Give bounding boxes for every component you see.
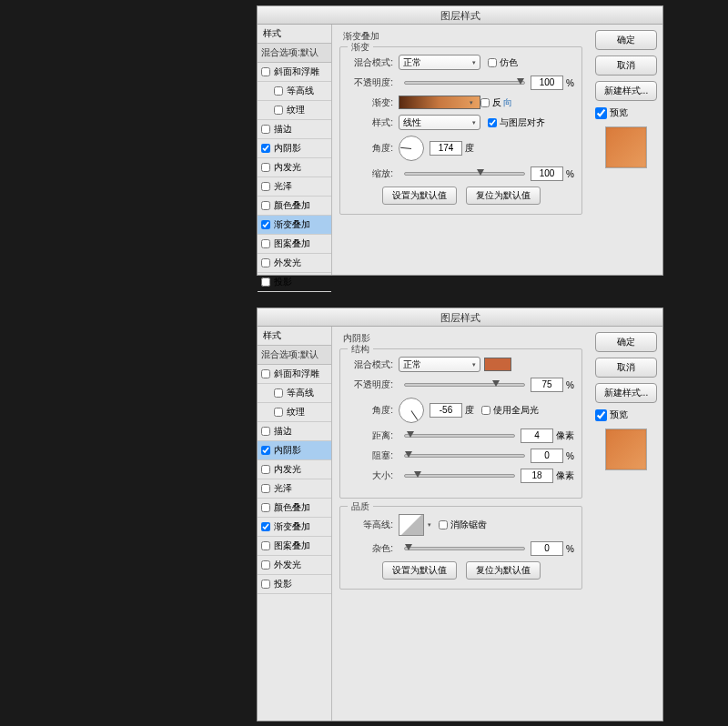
opacity-input[interactable]: 100 bbox=[531, 76, 563, 90]
style-checkbox[interactable] bbox=[261, 560, 270, 570]
chevron-down-icon[interactable]: ▾ bbox=[428, 521, 431, 529]
new-style-button[interactable]: 新建样式... bbox=[595, 383, 657, 403]
shadow-color-chip[interactable] bbox=[484, 358, 511, 371]
style-item-6[interactable]: 光泽 bbox=[258, 479, 331, 499]
style-item-3[interactable]: 描边 bbox=[258, 422, 331, 441]
blend-mode-select[interactable]: 正常▾ bbox=[399, 357, 480, 372]
style-item-7[interactable]: 颜色叠加 bbox=[258, 499, 331, 518]
angle-input[interactable]: 174 bbox=[430, 141, 462, 156]
cancel-button[interactable]: 取消 bbox=[595, 358, 657, 378]
style-checkbox[interactable] bbox=[261, 446, 270, 455]
blend-mode-select[interactable]: 正常▾ bbox=[399, 55, 480, 70]
style-item-5[interactable]: 内发光 bbox=[258, 460, 331, 479]
style-item-5[interactable]: 内发光 bbox=[258, 158, 331, 177]
style-item-1[interactable]: 等高线 bbox=[258, 384, 331, 403]
style-checkbox[interactable] bbox=[261, 220, 270, 229]
reset-default-button[interactable]: 复位为默认值 bbox=[466, 187, 541, 205]
antialias-checkbox[interactable] bbox=[439, 520, 448, 529]
distance-slider[interactable] bbox=[404, 434, 515, 438]
style-checkbox[interactable] bbox=[261, 125, 270, 134]
style-item-2[interactable]: 纹理 bbox=[258, 101, 331, 120]
style-checkbox[interactable] bbox=[261, 541, 270, 550]
scale-slider[interactable] bbox=[404, 172, 525, 176]
blend-options-item[interactable]: 混合选项:默认 bbox=[258, 346, 331, 365]
angle-wheel[interactable] bbox=[399, 136, 424, 161]
style-item-11[interactable]: 投影 bbox=[258, 273, 331, 292]
align-checkbox[interactable] bbox=[488, 118, 497, 127]
style-checkbox[interactable] bbox=[261, 427, 270, 436]
style-item-9[interactable]: 图案叠加 bbox=[258, 537, 331, 556]
style-checkbox[interactable] bbox=[261, 277, 270, 287]
make-default-button[interactable]: 设置为默认值 bbox=[382, 561, 457, 580]
reset-default-button[interactable]: 复位为默认值 bbox=[466, 561, 541, 580]
style-item-8[interactable]: 渐变叠加 bbox=[258, 216, 331, 235]
style-checkbox[interactable] bbox=[261, 258, 270, 267]
style-checkbox[interactable] bbox=[261, 522, 270, 531]
style-checkbox[interactable] bbox=[261, 580, 270, 589]
style-checkbox[interactable] bbox=[261, 239, 270, 248]
preview-checkbox[interactable] bbox=[595, 409, 607, 421]
make-default-button[interactable]: 设置为默认值 bbox=[382, 187, 457, 205]
cancel-button[interactable]: 取消 bbox=[595, 55, 657, 76]
distance-input[interactable]: 4 bbox=[521, 429, 553, 443]
blend-options-item[interactable]: 混合选项:默认 bbox=[258, 44, 331, 63]
style-checkbox[interactable] bbox=[274, 388, 283, 398]
scale-input[interactable]: 100 bbox=[531, 166, 563, 181]
style-item-6[interactable]: 光泽 bbox=[258, 177, 331, 197]
style-item-9[interactable]: 图案叠加 bbox=[258, 235, 331, 254]
noise-slider[interactable] bbox=[404, 547, 525, 550]
style-item-10[interactable]: 外发光 bbox=[258, 254, 331, 273]
style-checkbox[interactable] bbox=[261, 465, 270, 474]
style-checkbox[interactable] bbox=[261, 163, 270, 172]
global-light-checkbox[interactable] bbox=[481, 406, 490, 415]
style-checkbox[interactable] bbox=[274, 86, 283, 96]
choke-input[interactable]: 0 bbox=[531, 449, 563, 463]
style-item-1[interactable]: 等高线 bbox=[258, 82, 331, 101]
quality-fieldset: 品质 等高线: ▾ 消除锯齿 杂色: 0 % 设置为默认值 复位为默认值 bbox=[339, 506, 582, 590]
style-item-10[interactable]: 外发光 bbox=[258, 556, 331, 575]
new-style-button[interactable]: 新建样式... bbox=[595, 81, 657, 101]
ok-button[interactable]: 确定 bbox=[595, 332, 657, 352]
style-checkbox[interactable] bbox=[261, 201, 270, 210]
style-item-7[interactable]: 颜色叠加 bbox=[258, 197, 331, 216]
chevron-down-icon[interactable]: ▾ bbox=[470, 99, 473, 106]
angle-wheel[interactable] bbox=[399, 398, 424, 423]
title-bar[interactable]: 图层样式 bbox=[258, 6, 662, 25]
contour-preview[interactable] bbox=[399, 514, 424, 536]
style-item-11[interactable]: 投影 bbox=[258, 575, 331, 594]
style-item-4[interactable]: 内阴影 bbox=[258, 441, 331, 460]
opacity-input[interactable]: 75 bbox=[531, 378, 563, 392]
global-light-label: 使用全局光 bbox=[493, 404, 539, 417]
style-checkbox[interactable] bbox=[261, 144, 270, 153]
noise-label: 杂色: bbox=[348, 542, 399, 555]
style-checkbox[interactable] bbox=[261, 503, 270, 512]
reverse-checkbox[interactable] bbox=[480, 98, 490, 107]
style-select[interactable]: 线性▾ bbox=[399, 115, 480, 130]
size-slider[interactable] bbox=[404, 474, 515, 478]
style-item-8[interactable]: 渐变叠加 bbox=[258, 518, 331, 537]
title-bar[interactable]: 图层样式 bbox=[258, 308, 662, 327]
style-checkbox[interactable] bbox=[261, 484, 270, 493]
style-label: 光泽 bbox=[274, 180, 292, 193]
opacity-slider[interactable] bbox=[404, 383, 525, 387]
style-checkbox[interactable] bbox=[274, 408, 283, 417]
style-checkbox[interactable] bbox=[261, 182, 270, 191]
style-checkbox[interactable] bbox=[274, 106, 283, 115]
style-item-4[interactable]: 内阴影 bbox=[258, 139, 331, 158]
choke-slider[interactable] bbox=[404, 454, 525, 458]
preview-checkbox[interactable] bbox=[595, 107, 607, 119]
style-item-2[interactable]: 纹理 bbox=[258, 403, 331, 422]
style-item-0[interactable]: 斜面和浮雕 bbox=[258, 63, 331, 82]
style-checkbox[interactable] bbox=[261, 369, 270, 378]
angle-input[interactable]: -56 bbox=[430, 403, 462, 418]
size-input[interactable]: 18 bbox=[521, 469, 553, 483]
style-item-0[interactable]: 斜面和浮雕 bbox=[258, 365, 331, 384]
dither-checkbox[interactable] bbox=[488, 58, 497, 67]
style-item-3[interactable]: 描边 bbox=[258, 120, 331, 139]
opacity-slider[interactable] bbox=[404, 81, 525, 85]
style-checkbox[interactable] bbox=[261, 67, 270, 76]
gradient-preview[interactable] bbox=[399, 96, 480, 109]
noise-input[interactable]: 0 bbox=[531, 541, 563, 556]
ok-button[interactable]: 确定 bbox=[595, 30, 657, 50]
style-label: 内阴影 bbox=[274, 142, 301, 155]
